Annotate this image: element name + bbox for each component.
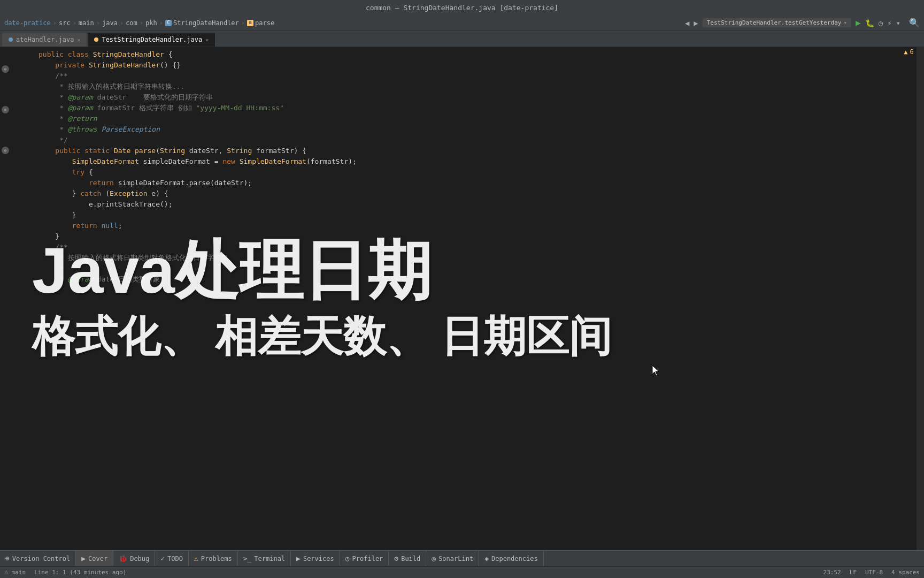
- nav-method[interactable]: m parse: [247, 19, 274, 27]
- code-row: } catch (Exception e) {: [17, 188, 910, 199]
- status-debug-label: Debug: [130, 555, 149, 562]
- status-services[interactable]: ▶ Services: [291, 551, 340, 566]
- status-cover[interactable]: ▶ Cover: [76, 551, 113, 566]
- nav-main[interactable]: main: [79, 19, 94, 27]
- editor-area: ⊕ ⊕ ⊕ public class StringDateHandler { p…: [0, 47, 924, 550]
- nav-src[interactable]: src: [59, 19, 71, 27]
- tab-close-2[interactable]: ✕: [205, 37, 209, 43]
- tab-close-1[interactable]: ✕: [77, 37, 80, 43]
- search-icon[interactable]: 🔍: [909, 18, 920, 28]
- nav-pkh[interactable]: pkh: [145, 19, 157, 27]
- forward-icon[interactable]: ▶: [694, 19, 698, 27]
- dependencies-icon: ◈: [484, 554, 489, 562]
- terminal-icon: >_: [243, 554, 252, 562]
- info-right: 23:52 LF UTF-8 4 spaces: [823, 569, 920, 576]
- gutter-icon-3[interactable]: ⊕: [2, 147, 9, 154]
- services-icon: ▶: [296, 554, 301, 562]
- gutter: ⊕ ⊕ ⊕: [0, 47, 11, 550]
- code-row: * @throws ParseException: [17, 124, 910, 135]
- code-row: public class StringDateHandler {: [17, 49, 910, 60]
- version-control-icon: ⊕: [5, 554, 10, 562]
- status-debug[interactable]: 🐞 Debug: [113, 551, 155, 566]
- code-row: * 按照输入的格式将日期字符串转换...: [17, 81, 910, 92]
- code-row: * @param date 日期类型对象: [17, 274, 910, 285]
- nav-class[interactable]: C StringDateHandler: [165, 19, 239, 27]
- problems-icon: ⚠: [194, 554, 198, 562]
- window-title: common – StringDateHandler.java [date-pr…: [366, 4, 558, 12]
- debug-button[interactable]: 🐛: [865, 19, 874, 27]
- run-config[interactable]: TestStringDateHandler.testGetYesterday ▾: [703, 18, 851, 27]
- code-row: /**: [17, 242, 910, 253]
- code-content[interactable]: public class StringDateHandler { private…: [11, 47, 917, 550]
- code-row: return null;: [17, 220, 910, 231]
- class-icon: C: [165, 20, 172, 26]
- coverage-button[interactable]: ◷: [879, 19, 883, 27]
- code-row: public static Date parse(String dateStr,…: [17, 146, 910, 156]
- more-run-options[interactable]: ▾: [896, 19, 900, 27]
- status-sonar[interactable]: ◎ SonarLint: [426, 551, 479, 566]
- tab-string-date-handler[interactable]: ateHandler.java ✕: [2, 33, 87, 47]
- run-button[interactable]: ▶: [856, 18, 861, 28]
- tab-label-1: ateHandler.java: [16, 36, 74, 43]
- gutter-icon-1[interactable]: ⊕: [2, 65, 9, 73]
- debug-status-icon: 🐞: [119, 554, 127, 562]
- charset[interactable]: UTF-8: [865, 569, 883, 576]
- status-terminal-label: Terminal: [254, 555, 285, 562]
- status-services-label: Services: [303, 555, 334, 562]
- code-row: }: [17, 231, 910, 242]
- line-ending[interactable]: LF: [850, 569, 857, 576]
- tab-label-2: TestStringDateHandler.java: [102, 36, 202, 43]
- indent[interactable]: 4 spaces: [891, 569, 920, 576]
- cover-icon: ▶: [81, 554, 86, 562]
- tab-test-string-date-handler[interactable]: TestStringDateHandler.java ✕: [88, 33, 215, 47]
- tab-icon-1: [9, 37, 13, 42]
- status-dependencies[interactable]: ◈ Dependencies: [479, 551, 544, 566]
- status-profiler-label: Profiler: [352, 555, 383, 562]
- status-cover-label: Cover: [88, 555, 107, 562]
- back-icon[interactable]: ◀: [685, 19, 689, 27]
- code-row: * 按照输入的格式将日期类型对象格式化为日期字符串: [17, 253, 910, 263]
- status-version-control-label: Version Control: [12, 555, 70, 562]
- gutter-icon-2[interactable]: ⊕: [2, 106, 9, 113]
- nav-java[interactable]: java: [102, 19, 118, 27]
- right-scrollbar[interactable]: [917, 47, 924, 550]
- status-build[interactable]: ⚙ Build: [389, 551, 426, 566]
- status-build-label: Build: [401, 555, 420, 562]
- status-todo-label: TODO: [167, 555, 183, 562]
- nav-project[interactable]: date-pratice: [4, 19, 51, 27]
- status-dependencies-label: Dependencies: [491, 555, 538, 562]
- tab-icon-2: [94, 37, 98, 42]
- run-config-label: TestStringDateHandler.testGetYesterday: [707, 19, 842, 26]
- status-problems[interactable]: ⚠ Problems: [189, 551, 238, 566]
- code-row: *: [17, 263, 910, 274]
- run-config-dropdown[interactable]: ▾: [843, 19, 847, 26]
- profiler-icon: ◷: [345, 554, 350, 562]
- nav-right: ◀ ▶ TestStringDateHandler.testGetYesterd…: [685, 18, 920, 28]
- method-icon: m: [247, 20, 253, 26]
- code-row: SimpleDateFormat simpleDateFormat = new …: [17, 156, 910, 167]
- file-status-text: Line 1: 1 (43 minutes ago): [34, 569, 126, 576]
- code-row: private StringDateHandler() {}: [17, 60, 910, 71]
- code-row: return simpleDateFormat.parse(dateStr);: [17, 178, 910, 188]
- status-version-control[interactable]: ⊕ Version Control: [0, 551, 76, 566]
- code-row: * @param formatStr 格式字符串 例如 "yyyy-MM-dd …: [17, 103, 910, 113]
- sonar-icon: ◎: [432, 554, 436, 562]
- profile-button[interactable]: ⚡: [887, 19, 891, 27]
- build-icon: ⚙: [394, 554, 398, 562]
- status-sonar-label: SonarLint: [438, 555, 473, 562]
- code-row: try {: [17, 167, 910, 178]
- cursor-position: 23:52: [823, 569, 841, 576]
- code-row: * @param dateStr 要格式化的日期字符串: [17, 92, 910, 103]
- nav-com[interactable]: com: [126, 19, 137, 27]
- nav-bar: date-pratice › src › main › java › com ›…: [0, 15, 924, 31]
- code-row: */: [17, 135, 910, 146]
- status-todo[interactable]: ✓ TODO: [155, 551, 189, 566]
- code-row: }: [17, 210, 910, 220]
- title-bar: common – StringDateHandler.java [date-pr…: [0, 0, 924, 15]
- status-profiler[interactable]: ◷ Profiler: [340, 551, 389, 566]
- code-row: e.printStackTrace();: [17, 199, 910, 210]
- status-terminal[interactable]: >_ Terminal: [238, 551, 291, 566]
- status-bar: ⊕ Version Control ▶ Cover 🐞 Debug ✓ TODO…: [0, 550, 924, 566]
- git-status[interactable]: ⑃ main: [4, 569, 26, 576]
- code-row: * @return: [17, 113, 910, 124]
